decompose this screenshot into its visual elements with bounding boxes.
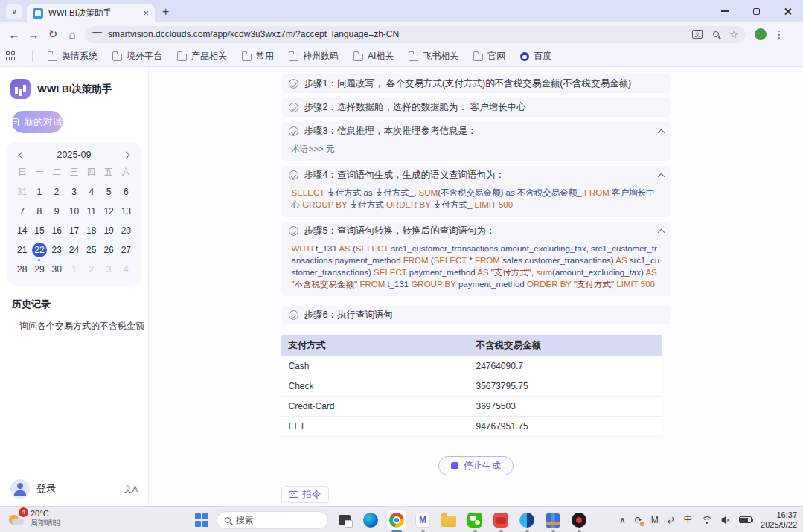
language-toggle-icon[interactable]: 文A [124,484,138,495]
chrome-button[interactable] [387,510,406,530]
stop-generating-button[interactable]: 停止生成 [438,456,514,475]
calendar-day[interactable]: 23 [48,243,65,257]
bookmark-item[interactable]: 官网 [473,50,505,63]
calendar-day[interactable]: 5 [100,185,117,199]
calendar-day[interactable]: 25 [83,243,100,257]
calendar-day[interactable]: 17 [65,223,83,238]
wechat-button[interactable] [465,510,484,530]
calendar-day[interactable]: 18 [83,223,100,238]
calendar-prev-icon[interactable] [19,151,26,158]
bookmark-item[interactable]: 神州数码 [289,50,339,63]
browser-tab[interactable]: WWI BI决策助手 × [27,4,155,22]
calendar-day[interactable]: 2 [83,262,100,277]
red-cat-app-button[interactable] [491,510,511,530]
login-button[interactable]: 登录 [36,482,118,496]
forward-button[interactable]: → [24,28,43,41]
tab-title: WWI BI决策助手 [48,7,138,19]
collapse-chevron-icon[interactable] [657,173,665,180]
task-view-button[interactable] [335,510,354,530]
battery-icon[interactable] [739,516,752,523]
calendar-day[interactable]: 6 [118,185,135,199]
volume-muted-icon[interactable]: × [722,516,730,524]
sync-tray-icon[interactable]: ⟳ [635,515,642,525]
blue-app-button[interactable] [517,510,537,530]
url-text[interactable]: smartvision.dcclouds.com/app/kcdw3u3wxz7… [108,29,686,39]
calendar-day[interactable]: 4 [83,185,100,199]
calendar-next-icon[interactable] [123,151,130,158]
calendar-day[interactable]: 2 [48,185,65,199]
chrome-icon [389,513,404,528]
bookmark-item[interactable]: 常用 [242,50,274,63]
bookmark-item[interactable]: 产品相关 [177,50,227,63]
taskbar-search[interactable]: 搜索 [217,511,328,529]
reload-button[interactable]: ↻ [43,28,63,41]
calendar-day[interactable]: 31 [13,185,31,199]
calendar-day[interactable]: 21 [13,243,31,257]
calendar-day[interactable]: 19 [100,223,117,238]
tray-overflow-chevron-icon[interactable]: ∧ [619,515,626,525]
new-tab-button[interactable]: + [162,5,169,19]
search-icon[interactable] [713,31,719,37]
calendar-day[interactable]: 27 [118,243,135,257]
tab-close-icon[interactable]: × [143,8,149,18]
marktext-tray-icon[interactable]: M [651,515,659,525]
collapse-chevron-icon[interactable] [657,129,665,136]
bookmark-item[interactable]: 飞书相关 [409,50,458,63]
calendar-day[interactable]: 4 [118,262,135,277]
profile-avatar[interactable] [753,27,768,42]
calendar-day[interactable]: 20 [118,223,135,238]
calendar-day[interactable]: 30 [48,262,65,277]
history-item[interactable]: 询问各个交易方式的不含税金额 [0,317,146,336]
calendar-day[interactable]: 22 [31,243,48,257]
calendar-day[interactable]: 1 [65,262,83,277]
calendar-day[interactable]: 15 [31,223,48,238]
home-button[interactable]: ⌂ [63,28,82,41]
calendar-day[interactable]: 9 [48,204,65,219]
calendar-day[interactable]: 28 [13,262,31,277]
ime-indicator[interactable]: 中 [684,513,693,526]
calendar-day[interactable]: 14 [13,223,31,238]
calendar-day[interactable]: 24 [65,243,83,257]
weather-widget[interactable]: 4 20°C 局部晴朗 [7,509,60,528]
calendar-day[interactable]: 10 [65,204,83,219]
browser-menu-icon[interactable]: ⋮ [774,28,784,40]
calendar-day[interactable]: 16 [48,223,65,238]
calendar-day[interactable]: 11 [83,204,100,219]
bookmark-item[interactable]: 舆情系统 [48,50,97,63]
edge-button[interactable] [361,510,380,530]
calendar-day[interactable]: 26 [100,243,117,257]
window-close-button[interactable] [772,0,803,22]
back-button[interactable]: ← [4,28,24,41]
bookmark-item[interactable]: AI相关 [353,50,394,63]
wifi-icon[interactable] [702,516,713,524]
calendar-day[interactable]: 3 [65,185,83,199]
bookmark-star-icon[interactable]: ☆ [729,29,738,40]
address-bar[interactable]: smartvision.dcclouds.com/app/kcdw3u3wxz7… [85,26,746,43]
tab-search-button[interactable]: ∨ [6,4,22,19]
recorder-button[interactable] [569,510,589,530]
window-minimize-button[interactable] [709,0,740,22]
calendar-day[interactable]: 13 [118,204,135,219]
new-chat-button[interactable]: 新的对话 [12,111,63,133]
bookmark-item[interactable]: 境外平台 [112,50,162,63]
calendar-day[interactable]: 29 [31,262,48,277]
user-avatar-icon[interactable] [10,479,30,499]
winrar-button[interactable] [543,510,563,530]
calendar-day[interactable]: 12 [100,204,117,219]
marktext-button[interactable]: M [413,510,432,530]
calendar-day[interactable]: 3 [100,262,117,277]
calendar-day[interactable]: 8 [31,204,48,219]
translate-icon[interactable]: 文 [692,30,703,39]
file-explorer-button[interactable] [439,510,458,530]
network-arrows-icon[interactable]: ⇄ [668,515,675,525]
taskbar-clock[interactable]: 16:37 2025/9/22 [761,510,797,530]
collapse-chevron-icon[interactable] [657,228,665,236]
window-maximize-button[interactable] [740,0,772,22]
calendar-day[interactable]: 1 [31,185,48,199]
site-settings-icon[interactable] [92,31,102,38]
command-button[interactable]: 指令 [281,486,329,503]
bookmark-item[interactable]: 百度 [520,50,551,63]
apps-grid-icon[interactable] [6,51,16,61]
start-button[interactable] [195,513,208,527]
calendar-day[interactable]: 7 [13,204,31,219]
